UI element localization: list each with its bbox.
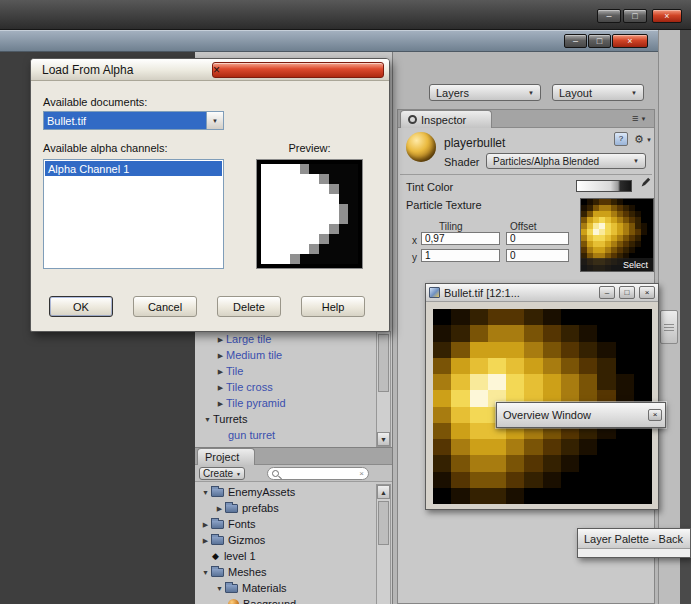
- project-scrollbar-thumb[interactable]: [378, 501, 389, 545]
- editor-close-button[interactable]: ×: [612, 34, 648, 48]
- ok-button[interactable]: OK: [49, 296, 113, 317]
- tint-color-swatch[interactable]: [576, 180, 632, 192]
- chevron-down-icon: ▼: [640, 116, 646, 122]
- hierarchy-item-tile-cross[interactable]: ▶ Tile cross: [195, 379, 376, 395]
- tab-inspector[interactable]: Inspector: [400, 110, 492, 128]
- eyedropper-icon[interactable]: [638, 177, 651, 191]
- project-item-meshes[interactable]: ▼ Meshes: [195, 564, 376, 580]
- delete-button[interactable]: Delete: [217, 296, 281, 317]
- foldout-open-icon[interactable]: ▼: [200, 569, 211, 576]
- hierarchy-item-gun-turret[interactable]: gun turret: [195, 427, 376, 443]
- hierarchy-scroll-down-button[interactable]: ▼: [377, 432, 390, 446]
- particle-texture-thumbnail[interactable]: Select: [580, 198, 654, 272]
- project-item-materials[interactable]: ▼ Materials: [195, 580, 376, 596]
- hierarchy-item-large-tile[interactable]: ▶ Large tile: [195, 331, 376, 347]
- hierarchy-item-medium-tile[interactable]: ▶ Medium tile: [195, 347, 376, 363]
- layers-dropdown[interactable]: Layers ▼: [429, 84, 541, 101]
- texture-window-titlebar[interactable]: Bullet.tif [12:1... – □ ×: [426, 284, 658, 302]
- project-item-bacground[interactable]: Bacground: [195, 596, 376, 604]
- project-toolbar: Create ▼ ×: [195, 465, 392, 482]
- layer-palette-title: Layer Palette - Back: [581, 533, 683, 545]
- close-icon: ×: [645, 289, 650, 297]
- panel-menu-icon[interactable]: ≡ ▼: [632, 113, 646, 124]
- foldout-closed-icon[interactable]: ▶: [215, 384, 226, 391]
- outer-window-titlebar[interactable]: – □ ×: [0, 0, 691, 30]
- foldout-closed-icon[interactable]: ▶: [215, 400, 226, 407]
- hierarchy-item-turrets[interactable]: ▼ Turrets: [195, 411, 376, 427]
- foldout-closed-icon[interactable]: ▶: [214, 505, 225, 512]
- project-item-gizmos[interactable]: ▶ Gizmos: [195, 532, 376, 548]
- editor-minimize-button[interactable]: –: [564, 34, 587, 48]
- image-file-icon: [429, 287, 440, 298]
- tab-project[interactable]: Project: [197, 448, 255, 465]
- hierarchy-item-tile-pyramid[interactable]: ▶ Tile pyramid: [195, 395, 376, 411]
- close-icon: ×: [653, 411, 658, 419]
- project-item-fonts[interactable]: ▶ Fonts: [195, 516, 376, 532]
- outer-maximize-button[interactable]: □: [623, 9, 647, 23]
- folder-icon: [211, 488, 224, 497]
- alpha-channel-item-selected[interactable]: Alpha Channel 1: [45, 161, 222, 176]
- folder-icon: [211, 536, 224, 545]
- foldout-closed-icon[interactable]: ▶: [215, 368, 226, 375]
- combobox-arrow-button[interactable]: ▼: [206, 112, 223, 129]
- texture-window-minimize-button[interactable]: –: [599, 286, 615, 299]
- overview-window: Overview Window ×: [496, 402, 666, 428]
- layout-dropdown[interactable]: Layout ▼: [552, 84, 644, 101]
- tiling-y-field[interactable]: [421, 249, 500, 262]
- close-icon: ×: [213, 64, 383, 76]
- project-search-input[interactable]: [282, 468, 356, 479]
- foldout-open-icon[interactable]: ▼: [202, 416, 213, 423]
- shader-value: Particles/Alpha Blended: [493, 156, 599, 167]
- project-search[interactable]: ×: [267, 467, 369, 480]
- select-texture-button[interactable]: Select: [581, 258, 653, 271]
- project-scrollbar[interactable]: ▲: [376, 484, 391, 604]
- shader-label: Shader: [444, 157, 479, 168]
- project-item-enemyassets[interactable]: ▼ EnemyAssets: [195, 484, 376, 500]
- gear-icon[interactable]: ⚙ ▼: [634, 134, 652, 145]
- help-button[interactable]: Help: [301, 296, 365, 317]
- alpha-preview-box: [256, 159, 363, 269]
- editor-maximize-button[interactable]: □: [588, 34, 611, 48]
- doc-help-icon[interactable]: ?: [614, 132, 628, 146]
- overview-window-titlebar[interactable]: Overview Window ×: [497, 403, 665, 427]
- folder-icon: [225, 584, 238, 593]
- clear-search-icon[interactable]: ×: [359, 470, 364, 478]
- search-icon: [272, 470, 279, 477]
- create-button[interactable]: Create ▼: [199, 467, 245, 480]
- foldout-closed-icon[interactable]: ▶: [200, 537, 211, 544]
- foldout-closed-icon[interactable]: ▶: [215, 336, 226, 343]
- tiling-x-field[interactable]: [421, 232, 500, 245]
- layer-palette-titlebar[interactable]: Layer Palette - Back: [578, 529, 690, 549]
- offset-x-field[interactable]: [506, 232, 569, 245]
- outer-minimize-button[interactable]: –: [597, 9, 621, 23]
- editor-window-titlebar[interactable]: – □ ×: [0, 30, 658, 52]
- foldout-open-icon[interactable]: ▼: [200, 489, 211, 496]
- alpha-channels-listbox[interactable]: Alpha Channel 1: [43, 159, 224, 269]
- offset-y-field[interactable]: [506, 249, 569, 262]
- material-preview-sphere[interactable]: [406, 132, 436, 162]
- project-item-level-1[interactable]: ◆ level 1: [195, 548, 376, 564]
- offset-header: Offset: [510, 222, 537, 232]
- particle-texture-label: Particle Texture: [406, 200, 482, 211]
- outer-scrollbar-thumb[interactable]: [660, 310, 678, 344]
- texture-window-close-button[interactable]: ×: [639, 286, 655, 299]
- cancel-button[interactable]: Cancel: [133, 296, 197, 317]
- hierarchy-scrollbar[interactable]: ▼: [376, 331, 391, 447]
- shader-dropdown[interactable]: Particles/Alpha Blended ▼: [486, 153, 646, 169]
- texture-window-maximize-button[interactable]: □: [619, 286, 635, 299]
- project-scroll-up-button[interactable]: ▲: [377, 485, 390, 499]
- hierarchy-scrollbar-thumb[interactable]: [378, 334, 389, 392]
- overview-window-close-button[interactable]: ×: [648, 409, 662, 421]
- dialog-titlebar[interactable]: Load From Alpha ×: [31, 59, 389, 81]
- outer-close-button[interactable]: ×: [652, 9, 682, 23]
- foldout-open-icon[interactable]: ▼: [214, 585, 225, 592]
- load-from-alpha-dialog: Load From Alpha × Available documents: B…: [30, 58, 390, 332]
- project-item-prefabs[interactable]: ▶ prefabs: [195, 500, 376, 516]
- layer-palette-window: Layer Palette - Back: [577, 528, 691, 558]
- close-icon: ×: [664, 12, 669, 21]
- foldout-closed-icon[interactable]: ▶: [215, 352, 226, 359]
- documents-combobox[interactable]: Bullet.tif ▼: [43, 111, 224, 130]
- hierarchy-item-tile[interactable]: ▶ Tile: [195, 363, 376, 379]
- dialog-close-button[interactable]: ×: [212, 62, 384, 78]
- foldout-closed-icon[interactable]: ▶: [200, 521, 211, 528]
